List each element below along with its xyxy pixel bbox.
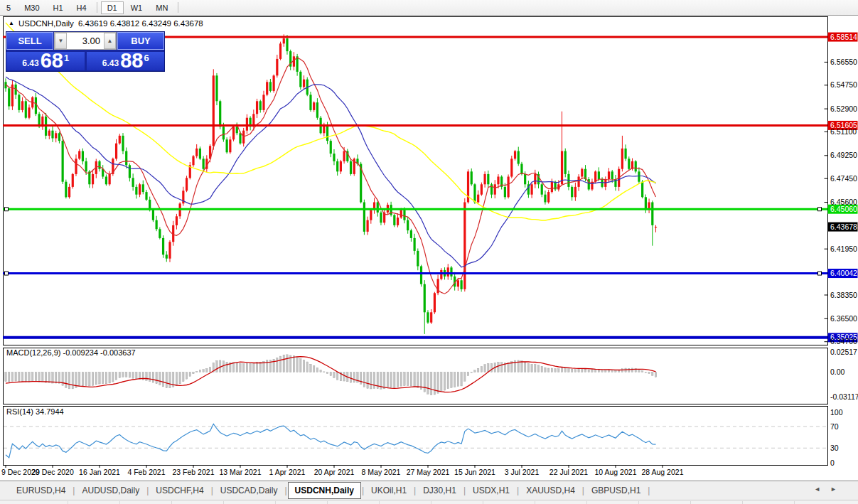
svg-text:29 Dec 2020: 29 Dec 2020 [31, 468, 74, 476]
sell-button[interactable]: SELL [6, 32, 53, 50]
svg-text:28 Aug 2021: 28 Aug 2021 [642, 468, 684, 476]
strip-divider [742, 501, 743, 504]
tab-separator: | [284, 486, 286, 495]
svg-text:6.56550: 6.56550 [830, 58, 857, 66]
svg-text:6.38350: 6.38350 [830, 291, 857, 299]
svg-text:1 Apr 2021: 1 Apr 2021 [269, 468, 306, 476]
svg-text:0: 0 [830, 459, 835, 467]
svg-text:0.02517: 0.02517 [830, 348, 857, 356]
strip-divider [171, 501, 172, 504]
strip-divider [690, 501, 691, 504]
strip-divider [638, 501, 639, 504]
rsi-panel-layer: 10070300 [4, 408, 843, 467]
tab-scroll-right-icon[interactable]: ► [830, 486, 847, 493]
tab-separator: | [463, 486, 466, 495]
svg-text:6.54750: 6.54750 [830, 80, 857, 89]
svg-text:30: 30 [830, 444, 839, 452]
buy-price-pip: 6 [144, 53, 149, 63]
tab-separator: | [414, 486, 416, 495]
trading-terminal-window: 5M30H1H4D1W1MN 6.585146.516056.450606.40… [0, 0, 858, 504]
svg-text:100: 100 [830, 408, 843, 417]
date-axis: 9 Dec 202029 Dec 202016 Jan 20214 Feb 20… [1, 465, 684, 476]
svg-text:8 May 2021: 8 May 2021 [362, 468, 401, 476]
buy-button[interactable]: BUY [117, 32, 164, 50]
svg-text:13 Mar 2021: 13 Mar 2021 [220, 468, 262, 476]
current-price-badge: 6.43678 [828, 222, 858, 232]
tab-separator: | [582, 486, 584, 495]
chart-ohlc-values: 6.43619 6.43812 6.43249 6.43678 [78, 19, 203, 28]
svg-text:3 Jul 2021: 3 Jul 2021 [505, 468, 540, 476]
svg-text:10 Aug 2021: 10 Aug 2021 [595, 468, 637, 476]
svg-text:6.58514: 6.58514 [830, 33, 857, 41]
tab-USDX-H1[interactable]: USDX,H1 [466, 483, 516, 498]
chart-title: ▲ USDCNH,Daily 6.43619 6.43812 6.43249 6… [9, 19, 203, 28]
tab-USDCAD-Daily[interactable]: USDCAD,Daily [214, 483, 284, 498]
svg-text:20 Apr 2021: 20 Apr 2021 [314, 468, 355, 476]
strip-divider [586, 501, 587, 504]
tab-AUDUSD-Daily[interactable]: AUDUSD,Daily [75, 483, 146, 498]
svg-text:15 Jun 2021: 15 Jun 2021 [454, 468, 495, 476]
level-lines-layer: 6.585146.516056.450606.400426.35025 [3, 33, 858, 343]
macd-label: MACD(12,26,9) -0.009234 -0.003637 [6, 348, 136, 357]
tab-XAUUSD-H4[interactable]: XAUUSD,H4 [520, 483, 581, 498]
strip-divider [431, 501, 431, 504]
tab-UKOil-H1[interactable]: UKOil,H1 [365, 483, 413, 498]
price-axis: 6.565506.547506.529006.511006.492506.474… [825, 58, 858, 345]
svg-text:6.36500: 6.36500 [830, 314, 857, 323]
svg-text:70: 70 [830, 422, 839, 431]
tab-USDCNH-Daily[interactable]: USDCNH,Daily [288, 482, 361, 499]
tab-separator: | [362, 486, 364, 495]
chart-symbol-label: USDCNH,Daily [18, 19, 74, 28]
sell-price-big: 68 [41, 52, 63, 70]
tab-GBPUSD-H1[interactable]: GBPUSD,H1 [585, 483, 647, 498]
tab-USDCHF-H4[interactable]: USDCHF,H4 [149, 483, 210, 498]
one-click-trade-panel: SELL ▼ 3.00 ▲ BUY 6.43 68 1 6.43 88 6 [6, 31, 165, 72]
sell-price-prefix: 6.43 [22, 58, 38, 68]
svg-text:6.41950: 6.41950 [830, 245, 857, 253]
volume-increase-icon[interactable]: ▲ [104, 33, 116, 49]
svg-text:6.40042: 6.40042 [830, 269, 857, 277]
chart-tab-bar: EURUSD,H4|AUDUSD,Daily|USDCHF,H4|USDCAD,… [0, 481, 858, 500]
strip-divider [535, 501, 535, 504]
tab-separator: | [517, 486, 519, 495]
svg-text:23 Feb 2021: 23 Feb 2021 [173, 468, 215, 476]
volume-decrease-icon[interactable]: ▼ [55, 33, 67, 49]
tab-scroll-left-icon[interactable]: ◄ [814, 486, 830, 493]
buy-price-display[interactable]: 6.43 88 6 [87, 52, 165, 70]
sell-price-pip: 1 [64, 53, 69, 63]
tab-EURUSD-H4[interactable]: EURUSD,H4 [10, 483, 72, 498]
svg-text:6.34700: 6.34700 [830, 337, 857, 345]
svg-text:-0.03117: -0.03117 [830, 392, 858, 401]
tab-separator: | [146, 486, 149, 495]
svg-text:4 Feb 2021: 4 Feb 2021 [127, 468, 165, 476]
tab-separator: | [648, 486, 650, 495]
tab-separator: | [73, 486, 75, 495]
strip-divider [223, 501, 224, 504]
strip-divider [119, 501, 120, 504]
strip-divider [379, 501, 380, 504]
svg-text:6.51100: 6.51100 [830, 127, 857, 136]
svg-text:6.49250: 6.49250 [830, 151, 857, 159]
strip-divider [68, 501, 68, 504]
collapse-quotes-icon[interactable]: ▲ [9, 20, 14, 26]
volume-field[interactable]: 3.00 [67, 33, 104, 49]
buy-price-big: 88 [120, 52, 143, 70]
svg-text:6.47450: 6.47450 [830, 174, 857, 183]
tab-separator: | [211, 486, 213, 495]
svg-text:22 Jul 2021: 22 Jul 2021 [549, 468, 588, 476]
svg-text:16 Jan 2021: 16 Jan 2021 [79, 468, 120, 476]
svg-text:27 May 2021: 27 May 2021 [407, 468, 450, 476]
tab-DJ30-H1[interactable]: DJ30,H1 [417, 483, 463, 498]
chart-canvas[interactable]: 6.585146.516056.450606.400426.350256.436… [0, 0, 858, 504]
svg-text:6.43678: 6.43678 [830, 222, 857, 231]
strip-divider [483, 501, 483, 504]
strip-divider [275, 501, 276, 504]
status-strip [0, 500, 858, 504]
svg-text:6.52900: 6.52900 [830, 104, 857, 113]
svg-text:0.00: 0.00 [830, 368, 845, 376]
strip-divider [794, 501, 795, 504]
volume-spinner: ▼ 3.00 ▲ [54, 32, 117, 50]
rsi-label: RSI(14) 34.7944 [6, 407, 64, 416]
sell-price-display[interactable]: 6.43 68 1 [6, 52, 85, 70]
svg-text:6.45600: 6.45600 [830, 198, 857, 206]
